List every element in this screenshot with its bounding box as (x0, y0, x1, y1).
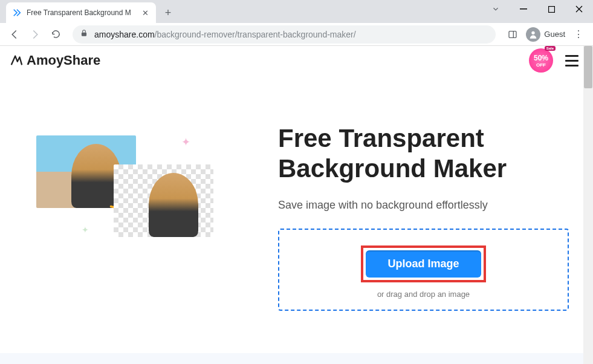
lock-icon (80, 29, 88, 40)
hamburger-menu[interactable] (565, 55, 578, 67)
profile-button[interactable]: Guest (526, 27, 565, 42)
panel-icon[interactable] (504, 26, 521, 43)
back-button[interactable] (6, 26, 23, 43)
drag-drop-hint: or drag and drop an image (291, 290, 556, 299)
brand-logo[interactable]: AmoyShare (10, 53, 100, 68)
browser-tab[interactable]: Free Transparent Background M ✕ (6, 2, 156, 23)
highlight-box: Upload Image (361, 245, 485, 282)
sparkle-icon: ✦ (82, 225, 89, 235)
caret-icon[interactable] (482, 0, 510, 18)
new-tab-button[interactable]: + (160, 4, 177, 21)
site-header: AmoyShare Sale 50% OFF (0, 46, 593, 75)
sale-ribbon: Sale (545, 46, 556, 51)
scrollbar[interactable] (583, 46, 593, 364)
url-text: amoyshare.com/background-remover/transpa… (94, 30, 356, 39)
avatar-icon (526, 27, 540, 42)
brand-name: AmoyShare (27, 53, 100, 68)
close-tab-icon[interactable]: ✕ (141, 8, 150, 18)
tab-title: Free Transparent Background M (27, 8, 136, 17)
footer-band (0, 353, 583, 364)
svg-rect-2 (82, 32, 86, 36)
sale-off: OFF (536, 62, 546, 68)
address-bar[interactable]: amoyshare.com/background-remover/transpa… (73, 25, 496, 44)
minimize-icon[interactable] (510, 0, 537, 18)
page-subtitle: Save image with no background effortless… (278, 199, 569, 212)
upload-dropzone[interactable]: Upload Image or drag and drop an image (278, 229, 569, 311)
svg-rect-3 (509, 31, 516, 37)
upload-image-button[interactable]: Upload Image (366, 250, 481, 278)
close-window-icon[interactable] (565, 0, 593, 18)
menu-icon[interactable]: ⋮ (570, 28, 587, 40)
svg-rect-0 (520, 8, 527, 10)
reload-button[interactable] (47, 26, 64, 43)
svg-rect-1 (548, 6, 554, 12)
favicon-icon (12, 8, 22, 18)
page-title: Free Transparent Background Maker (278, 123, 569, 184)
svg-point-5 (532, 31, 535, 34)
forward-button[interactable] (27, 26, 44, 43)
sparkle-icon: ✦ (181, 135, 190, 149)
sale-badge[interactable]: Sale 50% OFF (529, 48, 553, 73)
demo-illustration: ➜ ✦ ✦ (36, 123, 254, 364)
guest-label: Guest (544, 30, 565, 39)
transparent-image (114, 164, 213, 237)
scrollbar-thumb[interactable] (584, 46, 592, 88)
maximize-icon[interactable] (537, 0, 565, 18)
sale-percent: 50% (534, 54, 548, 62)
logo-icon (10, 54, 23, 67)
